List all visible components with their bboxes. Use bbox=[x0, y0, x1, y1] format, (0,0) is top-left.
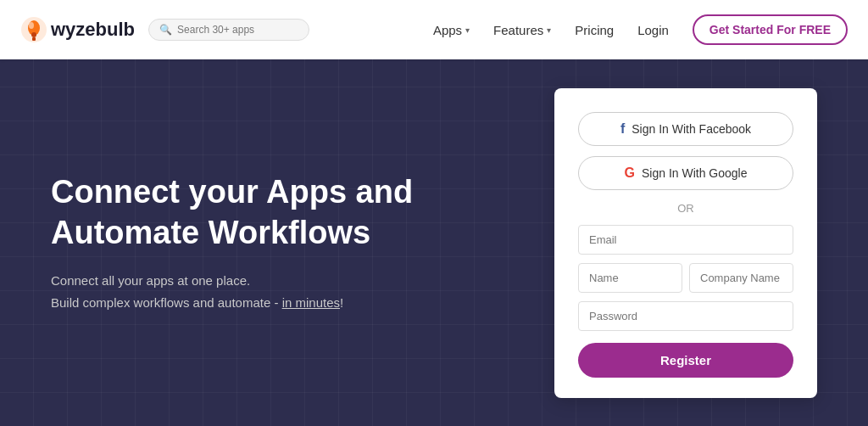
nav-pricing[interactable]: Pricing bbox=[575, 23, 614, 37]
nav-features[interactable]: Features ▾ bbox=[493, 23, 551, 37]
svg-point-2 bbox=[29, 22, 34, 29]
email-input[interactable] bbox=[578, 225, 793, 255]
logo-text: wyzebulb bbox=[51, 19, 135, 41]
logo-icon bbox=[20, 16, 47, 43]
apps-caret-icon: ▾ bbox=[465, 25, 470, 35]
features-caret-icon: ▾ bbox=[547, 25, 551, 35]
signup-card: f Sign In With Facebook G Sign In With G… bbox=[554, 88, 817, 398]
name-input[interactable] bbox=[578, 263, 682, 293]
name-company-row bbox=[578, 263, 793, 293]
email-field-group bbox=[578, 225, 793, 255]
navbar: wyzebulb 🔍 Apps ▾ Features ▾ Pricing Log… bbox=[0, 0, 868, 59]
hero-content: Connect your Apps and Automate Workflows… bbox=[51, 172, 520, 313]
get-started-button[interactable]: Get Started For FREE bbox=[693, 14, 848, 45]
register-button[interactable]: Register bbox=[578, 343, 793, 378]
nav-apps[interactable]: Apps ▾ bbox=[433, 23, 470, 37]
company-input[interactable] bbox=[689, 263, 793, 293]
logo-link[interactable]: wyzebulb bbox=[20, 16, 135, 43]
google-icon: G bbox=[625, 165, 635, 181]
hero-section: Connect your Apps and Automate Workflows… bbox=[0, 59, 868, 426]
hero-title: Connect your Apps and Automate Workflows bbox=[51, 172, 520, 253]
google-signin-button[interactable]: G Sign In With Google bbox=[578, 156, 793, 190]
svg-rect-4 bbox=[32, 37, 36, 41]
facebook-icon: f bbox=[620, 121, 625, 137]
facebook-signin-button[interactable]: f Sign In With Facebook bbox=[578, 112, 793, 146]
or-divider: OR bbox=[578, 202, 793, 215]
nav-login[interactable]: Login bbox=[637, 23, 669, 37]
password-field-group bbox=[578, 301, 793, 331]
svg-point-3 bbox=[31, 32, 36, 37]
search-bar[interactable]: 🔍 bbox=[148, 19, 309, 41]
search-input[interactable] bbox=[177, 24, 304, 36]
nav-links: Apps ▾ Features ▾ Pricing Login Get Star… bbox=[433, 14, 848, 45]
search-icon: 🔍 bbox=[159, 24, 172, 36]
password-input[interactable] bbox=[578, 301, 793, 331]
hero-subtitle: Connect all your apps at one place. Buil… bbox=[51, 270, 520, 313]
